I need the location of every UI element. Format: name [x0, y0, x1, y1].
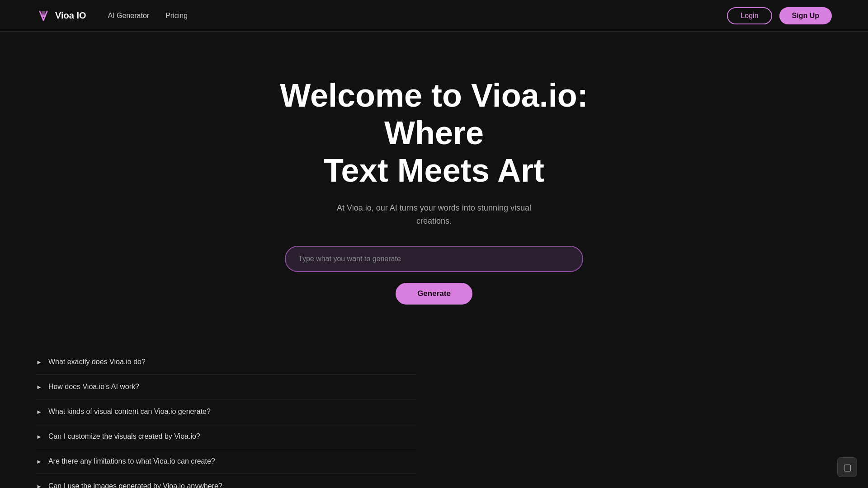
nav-ai-generator[interactable]: AI Generator [108, 12, 150, 20]
faq-question-3: What kinds of visual content can Vioa.io… [48, 408, 211, 416]
faq-arrow-1: ► [36, 359, 42, 366]
nav-links: AI Generator Pricing [108, 12, 188, 20]
faq-item-4[interactable]: ► Can I customize the visuals created by… [36, 424, 416, 449]
logo-text: Vioa IO [55, 10, 86, 21]
generate-input[interactable] [285, 246, 583, 272]
faq-item-1[interactable]: ► What exactly does Vioa.io do? [36, 350, 416, 375]
nav-pricing[interactable]: Pricing [165, 12, 188, 20]
faq-arrow-6: ► [36, 483, 42, 488]
nav-left: Vioa IO AI Generator Pricing [36, 9, 188, 23]
faq-item-3[interactable]: ► What kinds of visual content can Vioa.… [36, 399, 416, 424]
faq-item-2[interactable]: ► How does Vioa.io's AI work? [36, 375, 416, 399]
nav-right: Login Sign Up [727, 7, 832, 24]
hero-title: Welcome to Vioa.io: Where Text Meets Art [276, 77, 592, 189]
hero-section: Welcome to Vioa.io: Where Text Meets Art… [0, 32, 868, 332]
chat-icon: ▢ [843, 462, 852, 473]
logo[interactable]: Vioa IO [36, 9, 86, 23]
svg-point-0 [42, 14, 45, 17]
signup-button[interactable]: Sign Up [779, 7, 832, 24]
faq-question-6: Can I use the images generated by Vioa.i… [48, 482, 222, 488]
navbar: Vioa IO AI Generator Pricing Login Sign … [0, 0, 868, 32]
hero-subtitle: At Vioa.io, our AI turns your words into… [321, 202, 547, 228]
faq-arrow-3: ► [36, 408, 42, 415]
logo-icon [36, 9, 51, 23]
search-container [285, 246, 583, 272]
faq-question-1: What exactly does Vioa.io do? [48, 358, 146, 366]
faq-arrow-4: ► [36, 433, 42, 440]
faq-section: ► What exactly does Vioa.io do? ► How do… [0, 332, 452, 488]
generate-button[interactable]: Generate [396, 283, 472, 305]
faq-question-5: Are there any limitations to what Vioa.i… [48, 457, 215, 465]
faq-question-4: Can I customize the visuals created by V… [48, 432, 200, 441]
faq-arrow-5: ► [36, 458, 42, 465]
faq-item-5[interactable]: ► Are there any limitations to what Vioa… [36, 449, 416, 474]
faq-arrow-2: ► [36, 384, 42, 390]
faq-item-6[interactable]: ► Can I use the images generated by Vioa… [36, 474, 416, 488]
login-button[interactable]: Login [727, 7, 772, 24]
faq-question-2: How does Vioa.io's AI work? [48, 383, 139, 391]
chat-widget[interactable]: ▢ [837, 457, 857, 477]
